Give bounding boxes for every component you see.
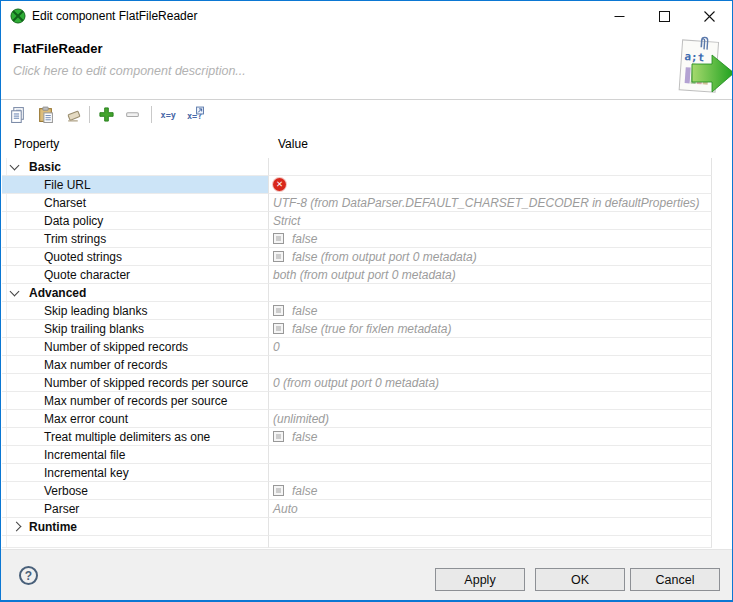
section-row-runtime[interactable]: Runtime — [2, 518, 728, 536]
toolbar-separator — [151, 106, 152, 123]
section-row-basic[interactable]: Basic — [2, 158, 728, 176]
value-cell[interactable]: false (from output port 0 metadata) — [268, 248, 712, 266]
property-row-trim-strings[interactable]: Trim stringsfalse — [2, 230, 728, 248]
property-row-number-of-skipped-records[interactable]: Number of skipped records0 — [2, 338, 728, 356]
value-cell[interactable]: Auto — [268, 500, 712, 518]
value-column-header[interactable]: Value — [278, 137, 308, 151]
value-cell[interactable]: false — [268, 482, 712, 500]
close-button[interactable] — [687, 1, 732, 31]
property-label: Verbose — [44, 484, 88, 498]
help-button[interactable]: ? — [19, 566, 38, 585]
property-cell[interactable]: Number of skipped records — [2, 338, 268, 356]
property-cell[interactable]: Trim strings — [2, 230, 268, 248]
property-cell[interactable]: Verbose — [2, 482, 268, 500]
value-cell[interactable] — [268, 464, 712, 482]
property-cell[interactable]: Skip leading blanks — [2, 302, 268, 320]
property-cell[interactable]: Max error count — [2, 410, 268, 428]
value-cell[interactable]: 0 — [268, 338, 712, 356]
property-label: Treat multiple delimiters as one — [44, 430, 210, 444]
apply-button[interactable]: Apply — [435, 568, 525, 591]
property-value: false — [292, 430, 317, 444]
property-value: false (true for fixlen metadata) — [292, 322, 451, 336]
checkbox-unchecked[interactable] — [273, 233, 284, 244]
value-cell[interactable]: 0 (from output port 0 metadata) — [268, 374, 712, 392]
checkbox-unchecked[interactable] — [273, 323, 284, 334]
property-label: Max number of records — [44, 358, 167, 372]
property-cell[interactable]: File URL — [2, 176, 268, 194]
value-cell[interactable]: both (from output port 0 metadata) — [268, 266, 712, 284]
property-label: Number of skipped records per source — [44, 376, 248, 390]
minimize-button[interactable] — [597, 1, 642, 31]
cancel-button[interactable]: Cancel — [630, 568, 720, 591]
property-cell[interactable]: Data policy — [2, 212, 268, 230]
property-cell[interactable]: Runtime — [2, 518, 268, 536]
chevron-right-icon[interactable] — [12, 522, 22, 532]
property-cell[interactable]: Max number of records per source — [2, 392, 268, 410]
add-attribute-icon[interactable] — [98, 106, 115, 123]
property-row-charset[interactable]: CharsetUTF-8 (from DataParser.DEFAULT_CH… — [2, 194, 728, 212]
property-cell[interactable]: Parser — [2, 500, 268, 518]
property-row-quoted-strings[interactable]: Quoted stringsfalse (from output port 0 … — [2, 248, 728, 266]
property-row-quote-character[interactable]: Quote characterboth (from output port 0 … — [2, 266, 728, 284]
chevron-down-icon[interactable] — [10, 161, 20, 171]
value-cell[interactable]: false — [268, 302, 712, 320]
property-cell[interactable]: Charset — [2, 194, 268, 212]
property-row-file-url[interactable]: File URL✕... — [2, 176, 728, 194]
property-row-data-policy[interactable]: Data policyStrict — [2, 212, 728, 230]
property-cell[interactable]: Max number of records — [2, 356, 268, 374]
property-row-parser[interactable]: ParserAuto — [2, 500, 728, 518]
remove-attribute-icon[interactable] — [124, 106, 141, 123]
property-label: Max number of records per source — [44, 394, 227, 408]
value-cell[interactable]: ✕... — [268, 176, 712, 194]
maximize-button[interactable] — [642, 1, 687, 31]
property-cell[interactable]: Incremental file — [2, 446, 268, 464]
property-label: Quote character — [44, 268, 130, 282]
value-cell[interactable]: false (true for fixlen metadata) — [268, 320, 712, 338]
property-column-header[interactable]: Property — [14, 137, 59, 151]
property-cell[interactable]: Quote character — [2, 266, 268, 284]
checkbox-unchecked[interactable] — [273, 431, 284, 442]
component-description-placeholder[interactable]: Click here to edit component description… — [13, 64, 246, 78]
section-label: Advanced — [29, 286, 86, 300]
property-cell[interactable]: Treat multiple delimiters as one — [2, 428, 268, 446]
property-value: false — [292, 232, 317, 246]
property-value: (unlimited) — [273, 412, 329, 426]
ok-button[interactable]: OK — [535, 568, 625, 591]
property-cell[interactable]: Quoted strings — [2, 248, 268, 266]
property-label: Incremental file — [44, 448, 125, 462]
copy-icon[interactable] — [9, 106, 26, 123]
value-cell[interactable]: UTF-8 (from DataParser.DEFAULT_CHARSET_D… — [268, 194, 712, 212]
section-row-advanced[interactable]: Advanced — [2, 284, 728, 302]
property-row-incremental-key[interactable]: Incremental key — [2, 464, 728, 482]
property-cell[interactable]: Basic — [2, 158, 268, 176]
value-cell[interactable]: (unlimited) — [268, 410, 712, 428]
title-bar[interactable]: Edit component FlatFileReader — [1, 1, 732, 31]
checkbox-unchecked[interactable] — [273, 251, 284, 262]
property-cell[interactable]: Advanced — [2, 284, 268, 302]
value-cell[interactable]: false — [268, 428, 712, 446]
property-cell[interactable]: Number of skipped records per source — [2, 374, 268, 392]
value-cell[interactable]: Strict — [268, 212, 712, 230]
erase-icon[interactable] — [65, 106, 82, 123]
checkbox-unchecked[interactable] — [273, 485, 284, 496]
property-row-number-of-skipped-records-per-source[interactable]: Number of skipped records per source0 (f… — [2, 374, 728, 392]
property-row-skip-trailing-blanks[interactable]: Skip trailing blanksfalse (true for fixl… — [2, 320, 728, 338]
property-row-incremental-file[interactable]: Incremental file — [2, 446, 728, 464]
value-cell[interactable] — [268, 356, 712, 374]
property-cell[interactable]: Incremental key — [2, 464, 268, 482]
assignment-wizard-icon[interactable]: x=? — [187, 106, 204, 123]
paste-icon[interactable] — [37, 106, 54, 123]
property-row-verbose[interactable]: Verbosefalse — [2, 482, 728, 500]
property-row-max-number-of-records[interactable]: Max number of records — [2, 356, 728, 374]
checkbox-unchecked[interactable] — [273, 305, 284, 316]
property-row-max-error-count[interactable]: Max error count(unlimited) — [2, 410, 728, 428]
property-row-treat-multiple-delimiters-as-one[interactable]: Treat multiple delimiters as onefalse — [2, 428, 728, 446]
property-row-max-number-of-records-per-source[interactable]: Max number of records per source — [2, 392, 728, 410]
property-row-skip-leading-blanks[interactable]: Skip leading blanksfalse — [2, 302, 728, 320]
value-cell[interactable] — [268, 392, 712, 410]
value-cell[interactable] — [268, 446, 712, 464]
property-cell[interactable]: Skip trailing blanks — [2, 320, 268, 338]
chevron-down-icon[interactable] — [10, 287, 20, 297]
simple-assignment-icon[interactable]: x=y — [160, 106, 177, 123]
value-cell[interactable]: false — [268, 230, 712, 248]
